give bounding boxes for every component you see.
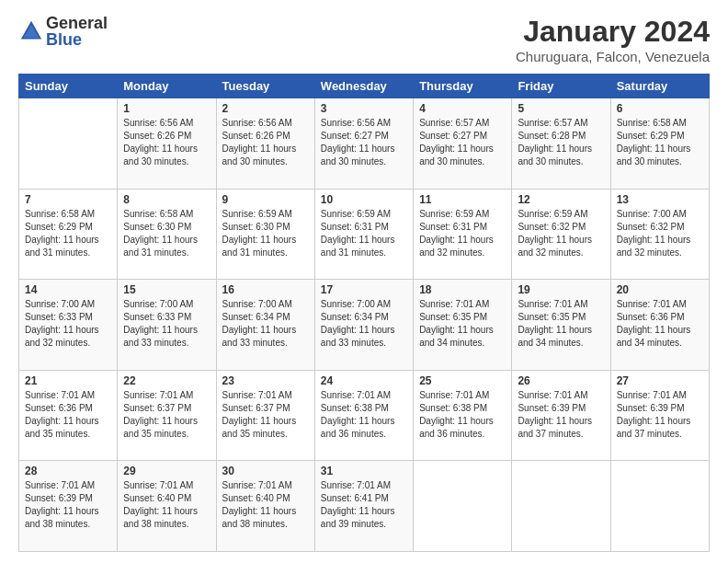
title-block: January 2024 Churuguara, Falcon, Venezue… xyxy=(516,15,710,64)
day-cell: 16 Sunrise: 7:00 AMSunset: 6:34 PMDaylig… xyxy=(216,280,314,371)
day-cell: 20 Sunrise: 7:01 AMSunset: 6:36 PMDaylig… xyxy=(610,280,709,371)
day-number: 2 xyxy=(222,102,309,115)
day-detail: Sunrise: 6:56 AMSunset: 6:27 PMDaylight:… xyxy=(321,118,395,167)
logo-text: General Blue xyxy=(46,15,108,48)
page: General Blue January 2024 Churuguara, Fa… xyxy=(0,0,728,563)
day-number: 31 xyxy=(321,465,407,477)
day-detail: Sunrise: 7:00 AMSunset: 6:33 PMDaylight:… xyxy=(25,299,99,348)
day-cell xyxy=(414,461,512,552)
day-detail: Sunrise: 7:01 AMSunset: 6:36 PMDaylight:… xyxy=(617,299,691,348)
day-cell xyxy=(610,461,709,552)
day-cell: 22 Sunrise: 7:01 AMSunset: 6:37 PMDaylig… xyxy=(118,370,216,461)
day-cell: 8 Sunrise: 6:58 AMSunset: 6:30 PMDayligh… xyxy=(118,189,216,280)
day-cell: 6 Sunrise: 6:58 AMSunset: 6:29 PMDayligh… xyxy=(610,98,709,190)
day-detail: Sunrise: 7:01 AMSunset: 6:35 PMDaylight:… xyxy=(518,299,592,348)
day-cell: 7 Sunrise: 6:58 AMSunset: 6:29 PMDayligh… xyxy=(19,189,118,280)
day-cell: 30 Sunrise: 7:01 AMSunset: 6:40 PMDaylig… xyxy=(216,461,314,552)
day-cell: 26 Sunrise: 7:01 AMSunset: 6:39 PMDaylig… xyxy=(512,370,610,461)
day-detail: Sunrise: 7:01 AMSunset: 6:41 PMDaylight:… xyxy=(321,480,395,529)
day-detail: Sunrise: 6:57 AMSunset: 6:27 PMDaylight:… xyxy=(419,118,494,167)
day-detail: Sunrise: 7:00 AMSunset: 6:32 PMDaylight:… xyxy=(617,209,691,258)
day-detail: Sunrise: 7:00 AMSunset: 6:34 PMDaylight:… xyxy=(321,299,395,348)
day-cell: 21 Sunrise: 7:01 AMSunset: 6:36 PMDaylig… xyxy=(19,370,118,461)
day-number: 19 xyxy=(518,283,604,296)
day-detail: Sunrise: 7:01 AMSunset: 6:39 PMDaylight:… xyxy=(25,480,99,529)
day-detail: Sunrise: 7:01 AMSunset: 6:38 PMDaylight:… xyxy=(321,390,395,439)
day-detail: Sunrise: 7:01 AMSunset: 6:35 PMDaylight:… xyxy=(419,299,494,348)
day-cell: 13 Sunrise: 7:00 AMSunset: 6:32 PMDaylig… xyxy=(610,189,709,280)
day-number: 27 xyxy=(617,374,703,387)
day-detail: Sunrise: 6:56 AMSunset: 6:26 PMDaylight:… xyxy=(222,118,297,167)
day-number: 9 xyxy=(222,193,309,206)
day-number: 1 xyxy=(123,102,210,115)
day-number: 10 xyxy=(321,193,407,206)
week-row-0: 1 Sunrise: 6:56 AMSunset: 6:26 PMDayligh… xyxy=(19,98,710,190)
day-number: 8 xyxy=(123,193,210,206)
day-number: 22 xyxy=(123,374,210,387)
day-cell: 27 Sunrise: 7:01 AMSunset: 6:39 PMDaylig… xyxy=(610,370,709,461)
day-number: 30 xyxy=(222,465,309,477)
day-cell: 10 Sunrise: 6:59 AMSunset: 6:31 PMDaylig… xyxy=(314,189,413,280)
day-number: 4 xyxy=(419,102,506,115)
day-number: 28 xyxy=(25,465,111,477)
day-number: 29 xyxy=(123,465,210,477)
day-cell: 12 Sunrise: 6:59 AMSunset: 6:32 PMDaylig… xyxy=(512,189,610,280)
day-detail: Sunrise: 7:01 AMSunset: 6:39 PMDaylight:… xyxy=(617,390,691,439)
day-cell: 9 Sunrise: 6:59 AMSunset: 6:30 PMDayligh… xyxy=(216,189,314,280)
day-cell: 1 Sunrise: 6:56 AMSunset: 6:26 PMDayligh… xyxy=(118,98,216,190)
header-day-tuesday: Tuesday xyxy=(216,75,314,98)
day-detail: Sunrise: 6:58 AMSunset: 6:29 PMDaylight:… xyxy=(25,209,99,258)
header-day-monday: Monday xyxy=(118,75,216,98)
day-detail: Sunrise: 6:56 AMSunset: 6:26 PMDaylight:… xyxy=(123,118,198,167)
day-number: 26 xyxy=(518,374,604,387)
week-row-2: 14 Sunrise: 7:00 AMSunset: 6:33 PMDaylig… xyxy=(19,280,710,371)
day-detail: Sunrise: 7:01 AMSunset: 6:37 PMDaylight:… xyxy=(222,390,297,439)
day-detail: Sunrise: 7:01 AMSunset: 6:39 PMDaylight:… xyxy=(518,390,592,439)
day-cell: 14 Sunrise: 7:00 AMSunset: 6:33 PMDaylig… xyxy=(19,280,118,371)
day-detail: Sunrise: 7:01 AMSunset: 6:40 PMDaylight:… xyxy=(123,480,198,529)
header-day-friday: Friday xyxy=(512,75,610,98)
day-number: 11 xyxy=(419,193,506,206)
logo-icon xyxy=(18,18,44,44)
logo-general: General xyxy=(46,15,108,31)
day-number: 18 xyxy=(419,283,506,296)
day-cell: 25 Sunrise: 7:01 AMSunset: 6:38 PMDaylig… xyxy=(414,370,512,461)
day-number: 14 xyxy=(25,283,111,296)
day-cell: 17 Sunrise: 7:00 AMSunset: 6:34 PMDaylig… xyxy=(314,280,413,371)
day-number: 13 xyxy=(617,193,703,206)
day-cell: 28 Sunrise: 7:01 AMSunset: 6:39 PMDaylig… xyxy=(19,461,118,552)
day-cell: 11 Sunrise: 6:59 AMSunset: 6:31 PMDaylig… xyxy=(414,189,512,280)
day-detail: Sunrise: 6:57 AMSunset: 6:28 PMDaylight:… xyxy=(518,118,592,167)
day-detail: Sunrise: 6:59 AMSunset: 6:32 PMDaylight:… xyxy=(518,209,592,258)
day-number: 6 xyxy=(617,102,703,115)
day-number: 16 xyxy=(222,283,309,296)
day-number: 24 xyxy=(321,374,407,387)
header-row: SundayMondayTuesdayWednesdayThursdayFrid… xyxy=(19,75,710,98)
day-cell: 18 Sunrise: 7:01 AMSunset: 6:35 PMDaylig… xyxy=(414,280,512,371)
day-detail: Sunrise: 6:59 AMSunset: 6:31 PMDaylight:… xyxy=(321,209,395,258)
day-number: 5 xyxy=(518,102,604,115)
week-row-4: 28 Sunrise: 7:01 AMSunset: 6:39 PMDaylig… xyxy=(19,461,710,552)
logo: General Blue xyxy=(18,15,108,48)
day-number: 12 xyxy=(518,193,604,206)
header-day-saturday: Saturday xyxy=(610,75,709,98)
day-detail: Sunrise: 7:01 AMSunset: 6:37 PMDaylight:… xyxy=(123,390,198,439)
day-cell xyxy=(512,461,610,552)
day-cell: 24 Sunrise: 7:01 AMSunset: 6:38 PMDaylig… xyxy=(314,370,413,461)
day-cell xyxy=(19,98,118,190)
calendar-table: SundayMondayTuesdayWednesdayThursdayFrid… xyxy=(18,74,710,552)
day-number: 17 xyxy=(321,283,407,296)
header-day-sunday: Sunday xyxy=(19,75,118,98)
day-cell: 3 Sunrise: 6:56 AMSunset: 6:27 PMDayligh… xyxy=(314,98,413,190)
day-number: 7 xyxy=(25,193,111,206)
day-cell: 15 Sunrise: 7:00 AMSunset: 6:33 PMDaylig… xyxy=(118,280,216,371)
main-title: January 2024 xyxy=(516,15,710,49)
day-cell: 2 Sunrise: 6:56 AMSunset: 6:26 PMDayligh… xyxy=(216,98,314,190)
day-cell: 4 Sunrise: 6:57 AMSunset: 6:27 PMDayligh… xyxy=(414,98,512,190)
day-detail: Sunrise: 7:00 AMSunset: 6:34 PMDaylight:… xyxy=(222,299,297,348)
day-number: 21 xyxy=(25,374,111,387)
week-row-1: 7 Sunrise: 6:58 AMSunset: 6:29 PMDayligh… xyxy=(19,189,710,280)
day-detail: Sunrise: 7:01 AMSunset: 6:36 PMDaylight:… xyxy=(25,390,99,439)
day-detail: Sunrise: 6:59 AMSunset: 6:31 PMDaylight:… xyxy=(419,209,494,258)
day-number: 15 xyxy=(123,283,210,296)
